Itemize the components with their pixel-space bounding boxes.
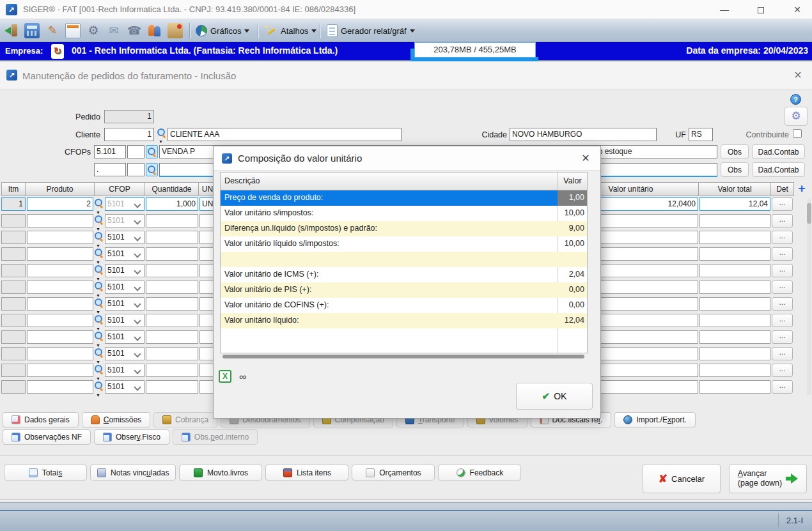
cfop-combo[interactable]: 5101 bbox=[105, 247, 144, 261]
quantidade-cell[interactable] bbox=[146, 247, 198, 261]
produto-search-icon[interactable] bbox=[95, 232, 103, 240]
action-button[interactable]: Totais bbox=[4, 465, 87, 481]
obs-button-1[interactable]: Obs bbox=[721, 144, 749, 159]
produto-cell[interactable] bbox=[27, 380, 93, 394]
valor-total-cell[interactable]: 12,04 bbox=[699, 197, 770, 211]
cfop-combo[interactable]: 5101 bbox=[105, 314, 144, 327]
tab-button[interactable]: Observ.Fisco bbox=[94, 429, 169, 445]
produto-cell[interactable] bbox=[27, 297, 93, 311]
contribuinte-checkbox[interactable] bbox=[793, 129, 802, 138]
exit-icon[interactable] bbox=[4, 23, 19, 38]
switch-company-icon[interactable]: ↻ bbox=[51, 44, 64, 59]
produto-cell[interactable] bbox=[27, 247, 93, 261]
cfop1-aux-field[interactable] bbox=[127, 145, 144, 158]
valor-total-cell[interactable] bbox=[699, 330, 770, 344]
composicao-row[interactable]: Valor unitário de ICMS (+): 2,04 bbox=[221, 267, 587, 282]
gerador-menu[interactable]: Gerador relat/gráf bbox=[327, 22, 415, 39]
help-icon[interactable]: ? bbox=[790, 94, 801, 105]
det-button[interactable]: ... bbox=[772, 231, 793, 244]
produto-cell[interactable] bbox=[27, 214, 93, 227]
scrollbar-thumb[interactable] bbox=[807, 203, 811, 224]
add-item-button[interactable]: + bbox=[796, 183, 808, 195]
cancel-button[interactable]: ✘ Cancelar bbox=[643, 464, 721, 493]
quantidade-cell[interactable] bbox=[146, 380, 198, 394]
produto-search-icon[interactable] bbox=[95, 215, 103, 224]
cfop-combo[interactable]: 5101 bbox=[105, 214, 144, 227]
det-button[interactable]: ... bbox=[772, 281, 793, 294]
valor-total-cell[interactable] bbox=[699, 214, 770, 227]
valor-total-cell[interactable] bbox=[699, 347, 770, 360]
det-button[interactable]: ... bbox=[772, 197, 793, 211]
quantidade-cell[interactable] bbox=[146, 231, 198, 244]
mail-icon[interactable]: ✉ bbox=[106, 23, 121, 38]
produto-search-icon[interactable] bbox=[95, 381, 103, 390]
det-button[interactable]: ... bbox=[772, 314, 793, 327]
advance-button[interactable]: Avançar (page down) bbox=[729, 464, 807, 493]
valor-total-cell[interactable] bbox=[699, 281, 770, 294]
valor-total-cell[interactable] bbox=[699, 247, 770, 261]
quantidade-cell[interactable] bbox=[146, 214, 198, 227]
valor-total-cell[interactable] bbox=[699, 264, 770, 277]
cfop2-field[interactable]: . bbox=[94, 163, 126, 176]
cfop-combo[interactable]: 5101 bbox=[105, 347, 144, 360]
det-button[interactable]: ... bbox=[772, 364, 793, 377]
valor-total-cell[interactable] bbox=[699, 380, 770, 394]
report-form-icon[interactable] bbox=[65, 23, 81, 38]
quantidade-cell[interactable] bbox=[146, 347, 198, 360]
settings-gear-icon[interactable]: ⚙ bbox=[86, 23, 101, 38]
det-button[interactable]: ... bbox=[772, 330, 793, 344]
maximize-button[interactable] bbox=[746, 0, 776, 19]
quantidade-cell[interactable] bbox=[146, 281, 198, 294]
cfop-combo[interactable]: 5101 bbox=[105, 297, 144, 311]
composicao-row[interactable]: Preço de venda do produto: 1,00 bbox=[221, 190, 587, 206]
produto-cell[interactable] bbox=[27, 281, 93, 294]
export-excel-icon[interactable]: X bbox=[219, 370, 231, 383]
tab-button[interactable]: Import./Export. bbox=[614, 412, 696, 427]
dad-contab-button-1[interactable]: Dad.Contab bbox=[752, 144, 805, 159]
dialog-close-icon[interactable]: ✕ bbox=[579, 152, 592, 164]
composicao-row[interactable]: Valor unitário líquido s/impostos: 10,00 bbox=[221, 236, 587, 252]
produto-search-icon[interactable] bbox=[95, 249, 103, 257]
produto-cell[interactable] bbox=[27, 364, 93, 377]
cliente-field[interactable]: 1 bbox=[104, 128, 154, 141]
dialog-hscrollbar[interactable] bbox=[223, 355, 584, 358]
action-button[interactable]: Feedback bbox=[438, 465, 521, 481]
phone-icon[interactable]: ☎ bbox=[127, 23, 142, 38]
produto-search-icon[interactable] bbox=[95, 282, 103, 290]
obs-button-2[interactable]: Obs bbox=[721, 162, 749, 177]
produto-dropdown-icon[interactable]: ▼ bbox=[96, 393, 100, 397]
produto-search-icon[interactable] bbox=[95, 298, 103, 307]
grid-settings-button[interactable]: ⚙ bbox=[785, 107, 808, 126]
cfop-combo[interactable]: 5101 bbox=[105, 197, 144, 211]
composicao-row[interactable] bbox=[221, 252, 587, 267]
quantidade-cell[interactable] bbox=[146, 364, 198, 377]
produto-cell[interactable] bbox=[27, 347, 93, 360]
cfop-combo[interactable]: 5101 bbox=[105, 330, 144, 344]
tab-button[interactable]: Cobrança bbox=[153, 412, 217, 427]
produto-cell[interactable] bbox=[27, 330, 93, 344]
tab-button[interactable]: Dados gerais bbox=[3, 412, 79, 427]
close-button[interactable]: ✕ bbox=[783, 0, 812, 19]
cfop2-search-button[interactable] bbox=[146, 163, 158, 176]
composicao-row[interactable]: Valor unitário s/impostos: 10,00 bbox=[221, 206, 587, 221]
composicao-row[interactable]: Valor unitário de COFINS (+): 0,00 bbox=[221, 298, 587, 313]
table-scrollbar[interactable] bbox=[807, 199, 811, 395]
valor-total-cell[interactable] bbox=[699, 314, 770, 327]
ok-button[interactable]: ✔ OK bbox=[516, 383, 593, 410]
composicao-row[interactable]: Valor unitário de PIS (+): 0,00 bbox=[221, 282, 587, 298]
cfop-combo[interactable]: 5101 bbox=[105, 364, 144, 377]
hint-icon[interactable]: ✎ bbox=[45, 23, 60, 38]
valor-total-cell[interactable] bbox=[699, 297, 770, 311]
cfop-combo[interactable]: 5101 bbox=[105, 380, 144, 394]
produto-search-icon[interactable] bbox=[95, 199, 103, 207]
cliente-dropdown-icon[interactable]: ▼ bbox=[159, 139, 163, 144]
det-button[interactable]: ... bbox=[772, 214, 793, 227]
produto-cell[interactable]: 2 bbox=[27, 197, 93, 211]
quantidade-cell[interactable] bbox=[146, 330, 198, 344]
quantidade-cell[interactable] bbox=[146, 264, 198, 277]
users-icon[interactable] bbox=[147, 23, 162, 38]
composicao-row[interactable]: Valor unitário líquido: 12,04 bbox=[221, 313, 587, 328]
action-button[interactable]: Notas vinculadas bbox=[90, 465, 176, 481]
produto-cell[interactable] bbox=[27, 264, 93, 277]
produto-cell[interactable] bbox=[27, 314, 93, 327]
